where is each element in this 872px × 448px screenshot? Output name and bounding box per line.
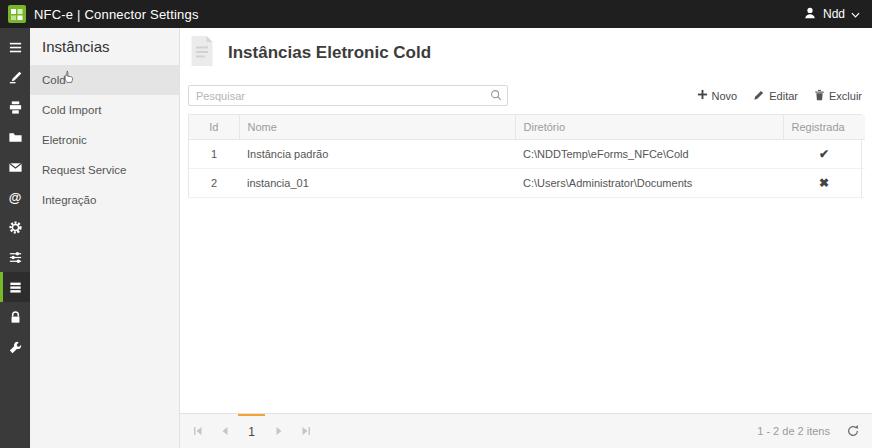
instances-panel: Instâncias Cold Cold Import Eletronic Re…	[30, 28, 180, 448]
panel-title: Instâncias	[30, 28, 179, 65]
user-menu[interactable]: Ndd	[803, 6, 860, 23]
table-row[interactable]: 2 instancia_01 C:\Users\Administrator\Do…	[189, 169, 865, 198]
printer-icon[interactable]	[0, 92, 30, 122]
folder-icon[interactable]	[0, 122, 30, 152]
sliders-icon[interactable]	[0, 242, 30, 272]
edit-button[interactable]: Editar	[753, 89, 798, 103]
new-button-label: Novo	[712, 90, 738, 102]
refresh-icon[interactable]	[846, 424, 860, 438]
edit-icon	[753, 89, 765, 103]
prev-page-icon[interactable]	[211, 414, 238, 448]
content-whitespace	[180, 198, 872, 413]
check-icon: ✔	[783, 140, 865, 169]
app-title: NFC-e | Connector Settings	[34, 7, 199, 22]
search-box	[188, 85, 508, 106]
mail-icon[interactable]	[0, 152, 30, 182]
next-page-icon[interactable]	[265, 414, 292, 448]
topbar: NFC-e | Connector Settings Ndd	[0, 0, 872, 28]
page-title: Instâncias Eletronic Cold	[228, 43, 431, 63]
tools-icon[interactable]	[0, 62, 30, 92]
delete-button-label: Excluir	[829, 90, 862, 102]
cell-id: 1	[189, 140, 239, 169]
at-icon[interactable]: @	[0, 182, 30, 212]
rows-icon[interactable]	[0, 272, 30, 302]
ndd-logo	[8, 5, 26, 23]
main-content: Instâncias Eletronic Cold Novo	[180, 28, 872, 448]
sidebar-item-label: Request Service	[42, 164, 126, 176]
sidebar-item-eletronic[interactable]: Eletronic	[30, 125, 179, 155]
cell-id: 2	[189, 169, 239, 198]
cell-nome: instancia_01	[239, 169, 515, 198]
document-icon	[184, 33, 220, 73]
cell-nome: Instância padrão	[239, 140, 515, 169]
chevron-down-icon	[851, 7, 860, 21]
table-header-row: Id Nome Diretório Registrada	[189, 115, 865, 140]
x-icon: ✖	[783, 169, 865, 198]
column-header-id[interactable]: Id	[189, 115, 239, 140]
icon-rail: @	[0, 28, 30, 448]
cell-diretorio: C:\NDDTemp\eForms_NFCe\Cold	[515, 140, 783, 169]
sidebar-item-label: Cold Import	[42, 104, 101, 116]
last-page-icon[interactable]	[292, 414, 319, 448]
current-page-button[interactable]: 1	[238, 414, 265, 448]
lock-icon[interactable]	[0, 302, 30, 332]
search-icon	[489, 88, 503, 106]
sidebar-item-request-service[interactable]: Request Service	[30, 155, 179, 185]
cell-diretorio: C:\Users\Administrator\Documents	[515, 169, 783, 198]
sidebar-item-label: Integração	[42, 194, 96, 206]
mouse-cursor-icon	[62, 70, 75, 87]
new-button[interactable]: Novo	[697, 89, 738, 103]
sidebar-item-label: Eletronic	[42, 134, 87, 146]
pager: 1 1 - 2 de 2 itens	[180, 413, 872, 448]
table-row[interactable]: 1 Instância padrão C:\NDDTemp\eForms_NFC…	[189, 140, 865, 169]
plus-icon	[697, 89, 708, 102]
app-window: NFC-e | Connector Settings Ndd	[0, 0, 872, 448]
edit-button-label: Editar	[769, 90, 798, 102]
wrench-icon[interactable]	[0, 332, 30, 362]
pager-info-text: 1 - 2 de 2 itens	[757, 425, 830, 437]
search-input[interactable]	[188, 85, 508, 106]
gear-icon[interactable]	[0, 212, 30, 242]
first-page-icon[interactable]	[184, 414, 211, 448]
instances-table: Id Nome Diretório Registrada 1 Instância…	[188, 114, 862, 198]
delete-button[interactable]: Excluir	[814, 89, 862, 103]
column-header-registrada[interactable]: Registrada	[783, 115, 865, 140]
sidebar-item-integracao[interactable]: Integração	[30, 185, 179, 215]
menu-icon[interactable]	[0, 32, 30, 62]
user-icon	[803, 6, 817, 23]
sidebar-item-cold-import[interactable]: Cold Import	[30, 95, 179, 125]
sidebar-item-cold[interactable]: Cold	[30, 65, 179, 95]
trash-icon	[814, 89, 825, 103]
column-header-nome[interactable]: Nome	[239, 115, 515, 140]
user-name: Ndd	[823, 7, 845, 21]
column-header-diretorio[interactable]: Diretório	[515, 115, 783, 140]
